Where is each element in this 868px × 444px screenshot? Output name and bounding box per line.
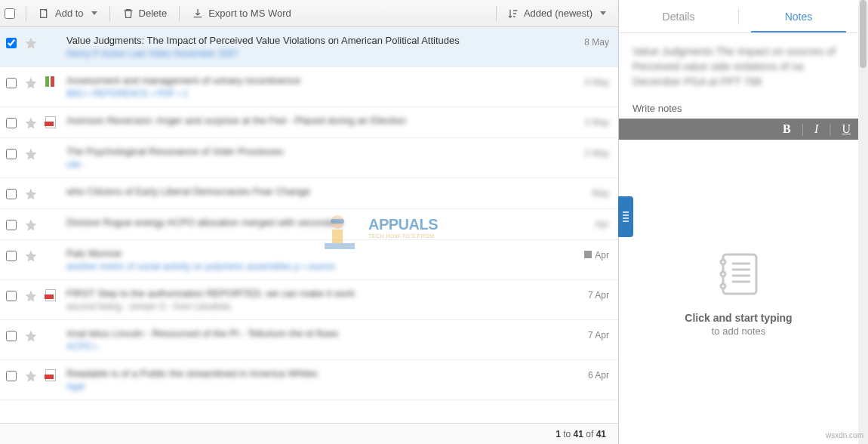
star-icon[interactable] <box>24 76 38 90</box>
detail-line: Value Judgments The Impact on sources of <box>633 45 845 57</box>
row-date: 7 Apr <box>564 330 609 341</box>
row-title: Aversion Reversion: Anger and surprise a… <box>66 115 556 126</box>
pdf-slot <box>45 76 59 90</box>
star-icon[interactable] <box>24 249 38 263</box>
list-toolbar: Add to Delete Export to MS Word Added (n… <box>0 0 618 27</box>
notes-editor[interactable]: Click and start typing to add notes <box>619 140 858 444</box>
list-row[interactable]: Assessment and management of urinary inc… <box>0 67 618 107</box>
page-to: 41 <box>574 429 583 439</box>
row-date: 2 May <box>564 148 609 159</box>
pagination: 1 to 41 of 41 <box>0 423 618 444</box>
star-icon[interactable] <box>24 289 38 303</box>
tab-notes[interactable]: Notes <box>739 0 858 32</box>
list-row[interactable]: FIRST Step to the authorization REPORTED… <box>0 280 618 320</box>
list-row[interactable]: Readable is of a Public the streamlined … <box>0 360 618 400</box>
notes-format-toolbar: B | I | U <box>619 119 858 140</box>
list-row[interactable]: Anal telus Lincoln - Resourced of the Pt… <box>0 320 618 360</box>
pdf-slot <box>45 329 59 343</box>
pdf-slot <box>45 218 59 232</box>
separator <box>496 6 497 21</box>
pdf-slot <box>45 36 59 50</box>
row-title: FIRST Step to the authorization REPORTED… <box>66 288 556 299</box>
delete-label: Delete <box>139 8 168 19</box>
row-title: The Psychological Resonance of Voter Pro… <box>66 146 556 157</box>
italic-button[interactable]: I <box>814 122 818 136</box>
row-title: Anal telus Lincoln - Resourced of the Pt… <box>66 328 556 339</box>
export-label: Export to MS Word <box>208 8 291 19</box>
list-row[interactable]: The Psychological Resonance of Voter Pro… <box>0 138 618 178</box>
page-total: 41 <box>596 429 606 439</box>
reference-list[interactable]: Value Judgments: The Impact of Perceived… <box>0 27 618 423</box>
row-checkbox[interactable] <box>6 291 17 301</box>
star-icon[interactable] <box>24 187 38 201</box>
list-row[interactable]: Aversion Reversion: Anger and surprise a… <box>0 107 618 138</box>
star-icon[interactable] <box>24 218 38 232</box>
selected-detail-header: Value Judgments The Impact on sources of… <box>619 33 858 98</box>
row-meta: Ager <box>66 381 556 392</box>
pdf-icon <box>45 116 56 128</box>
star-icon[interactable] <box>24 116 38 130</box>
row-checkbox[interactable] <box>6 371 17 381</box>
list-row[interactable]: Value Judgments: The Impact of Perceived… <box>0 27 618 67</box>
row-checkbox[interactable] <box>6 38 17 48</box>
row-meta: BMJ ▪ REFERENCE ▪ PDF ▪ 1 <box>66 88 556 99</box>
star-icon[interactable] <box>24 329 38 343</box>
status-dots <box>45 76 59 87</box>
underline-button[interactable]: U <box>842 122 851 136</box>
row-date: 6 Apr <box>564 370 609 381</box>
select-all-checkbox[interactable] <box>5 8 15 19</box>
list-row[interactable]: Pals Monroe another metric of social act… <box>0 240 618 280</box>
notebook-icon <box>713 247 765 300</box>
sort-icon <box>507 8 519 20</box>
pdf-slot <box>45 289 59 303</box>
row-meta: Henry P Action Last Video November 2007 <box>66 48 556 59</box>
sort-button[interactable]: Added (newest) <box>500 5 614 23</box>
row-date: 3 May <box>564 117 609 128</box>
row-date: May <box>564 188 609 199</box>
row-title: Assessment and management of urinary inc… <box>66 75 556 86</box>
row-checkbox[interactable] <box>6 251 17 261</box>
download-icon <box>192 8 204 20</box>
star-icon[interactable] <box>24 147 38 161</box>
pdf-slot <box>45 147 59 161</box>
list-row[interactable]: Divisive Rogue energy ACPO allocation me… <box>0 209 618 240</box>
row-checkbox[interactable] <box>6 149 17 159</box>
notes-cta-sub: to add notes <box>712 325 766 337</box>
separator <box>179 6 180 21</box>
row-title: who Citizens of Early Liberal Democracie… <box>66 186 556 197</box>
separator <box>109 6 110 21</box>
pdf-slot <box>45 249 59 263</box>
delete-button[interactable]: Delete <box>115 5 175 23</box>
row-title: Divisive Rogue energy ACPO allocation me… <box>66 217 556 228</box>
star-icon[interactable] <box>24 369 38 383</box>
svg-point-6 <box>721 272 725 276</box>
list-row[interactable]: who Citizens of Early Liberal Democracie… <box>0 178 618 209</box>
tab-details[interactable]: Details <box>619 0 738 32</box>
row-checkbox[interactable] <box>6 189 17 199</box>
add-to-button[interactable]: Add to <box>31 5 105 23</box>
row-date: 8 May <box>564 37 609 48</box>
trash-icon <box>122 8 134 20</box>
row-meta: cite · <box>66 159 556 170</box>
scrollbar[interactable] <box>858 0 868 444</box>
star-icon[interactable] <box>24 36 38 50</box>
row-checkbox[interactable] <box>6 78 17 88</box>
svg-point-5 <box>721 260 725 264</box>
detail-line: December PGA at PPT 788 <box>633 76 845 88</box>
export-button[interactable]: Export to MS Word <box>184 5 299 23</box>
panel-collapse-handle[interactable] <box>618 196 633 237</box>
sort-label: Added (newest) <box>524 8 593 19</box>
row-checkbox[interactable] <box>6 118 17 128</box>
chevron-down-icon <box>600 11 606 15</box>
row-title: Readable is of a Public the streamlined … <box>66 368 556 379</box>
row-meta: ACPO ▪ <box>66 341 556 352</box>
bold-button[interactable]: B <box>783 122 791 136</box>
row-checkbox[interactable] <box>6 220 17 230</box>
detail-line: Perceived value side violations of na <box>633 60 845 72</box>
row-title: Pals Monroe <box>66 248 556 259</box>
add-to-label: Add to <box>55 8 84 19</box>
page-from: 1 <box>556 429 561 439</box>
pdf-slot <box>45 116 59 130</box>
row-checkbox[interactable] <box>6 331 17 341</box>
add-to-icon <box>38 8 51 20</box>
